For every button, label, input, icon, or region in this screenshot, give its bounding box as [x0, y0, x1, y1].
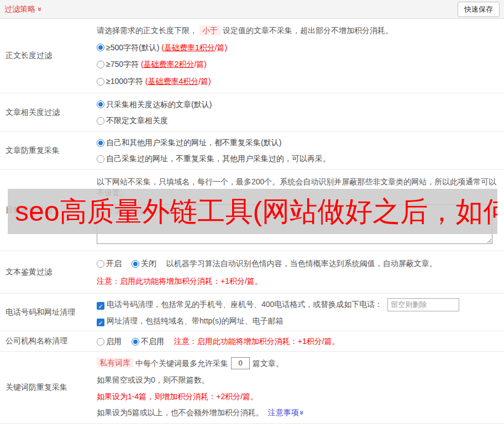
keyword-limit-input[interactable] [231, 357, 250, 369]
page-title-text: 过滤策略 [4, 4, 35, 14]
radio-label: 启用 [106, 337, 122, 346]
radio-option-dedup-self[interactable]: 自己采集过的网址，不重复采集，其他用户采集过的，可以再采。 [97, 153, 498, 164]
row-relevance-filter: 文章相关度过滤 只采集相关度达标的文章(默认) 不限定文章相关度 [0, 93, 504, 132]
radio-icon[interactable] [97, 61, 104, 68]
intro-pre: 请选择需求的正文长度下限， [97, 26, 197, 35]
company-options-line: 启用 不启用 注意：启用此功能将增加积分消耗：+1积分/篇。 [97, 336, 498, 347]
radio-label: 关闭 [141, 259, 156, 268]
quick-save-button[interactable]: 快速保存 [458, 2, 500, 17]
porn-description: 以机器学习算法自动识别色情内容，当色情概率达到系统阈值，自动屏蔽文章。 [166, 259, 437, 268]
notice-link[interactable]: 注意事项» [268, 408, 304, 417]
fee-note: (基础费率1积分/篇) [159, 43, 227, 52]
radio-icon[interactable] [97, 338, 104, 346]
less-than-tag: 小于 [200, 25, 221, 35]
row-label: 公司机构名称清理 [0, 331, 97, 351]
radio-label: 不限定文章相关度 [106, 116, 168, 125]
row-label: 正文长度过滤 [0, 19, 97, 93]
checkbox-checked-icon[interactable] [97, 302, 104, 310]
radio-option-company-off[interactable]: 不启用 [132, 337, 166, 346]
keyword-note-zero: 如果留空或设为0，则不限篇数。 [97, 374, 498, 385]
keyword-note-five-text: 如果设为5篇或以上，也不会额外增加积分消耗。 [97, 408, 264, 417]
row-label: 文章防重复采集 [0, 132, 97, 169]
checkbox-checked-icon[interactable] [97, 319, 104, 326]
radio-icon[interactable] [97, 117, 104, 125]
radio-label: ≥1000字符 [106, 77, 143, 86]
radio-label: 自己和其他用户采集过的网址，都不重复采集(默认) [106, 138, 281, 147]
row-label: 目标网站过滤 [0, 169, 97, 251]
porn-options-line: 开启 关闭 以机器学习算法自动识别色情内容，当色情概率达到系统阈值，自动屏蔽文章… [97, 258, 498, 269]
radio-icon[interactable] [97, 260, 104, 268]
checkbox-label: 网址清理，包括纯域名、带http(s)的网址、电子邮箱 [107, 316, 284, 325]
radio-checked-icon[interactable] [97, 139, 104, 147]
blocked-domains-textarea[interactable] [97, 204, 492, 244]
row-dedup-collection: 文章防重复采集 自己和其他用户采集过的网址，都不重复采集(默认) 自己采集过的网… [0, 132, 504, 169]
private-lexicon-tag: 私有词库 [97, 358, 133, 368]
row-porn-filter: 文本鉴黄过滤 开启 关闭 以机器学习算法自动识别色情内容，当色情概率达到系统阈值… [0, 251, 504, 294]
radio-option-relevance-any[interactable]: 不限定文章相关度 [97, 115, 498, 126]
double-chevron-down-icon: » [298, 411, 306, 415]
radio-label: 不启用 [141, 337, 164, 346]
row-label: 文本鉴黄过滤 [0, 251, 97, 293]
checkbox-option-url[interactable]: 网址清理，包括纯域名、带http(s)的网址、电子邮箱 [97, 316, 284, 325]
radio-label: ≥750字符 [106, 60, 139, 68]
row-company-name-cleanup: 公司机构名称清理 启用 不启用 注意：启用此功能将增加积分消耗：+1积分/篇。 [0, 331, 504, 352]
target-description: 以下网站不采集，只填域名，每行一个，最多200个。系统会自动识别并屏蔽那些非文章… [97, 176, 498, 198]
replacement-phone-input[interactable] [387, 298, 459, 311]
url-cleanup-line: 网址清理，包括纯域名、带http(s)的网址、电子邮箱 [97, 315, 498, 326]
keyword-note-five: 如果设为5篇或以上，也不会额外增加积分消耗。注意事项» [97, 407, 498, 418]
length-intro: 请选择需求的正文长度下限，小于设定值的文章不采集，超出部分不增加积分消耗。 [97, 25, 498, 36]
page-title[interactable]: 过滤策略 » [4, 4, 42, 14]
radio-option-1000[interactable]: ≥1000字符 (基础费率4积分/篇) [97, 76, 498, 87]
radio-option-dedup-all[interactable]: 自己和其他用户采集过的网址，都不重复采集(默认) [97, 137, 498, 148]
row-body-length-filter: 正文长度过滤 请选择需求的正文长度下限，小于设定值的文章不采集，超出部分不增加积… [0, 19, 504, 93]
row-label: 关键词防重复采集 [0, 352, 97, 423]
fee-note: (基础费率4积分/篇) [143, 77, 211, 86]
row-target-site-filter: 目标网站过滤 以下网站不采集，只填域名，每行一个，最多200个。系统会自动识别并… [0, 169, 504, 251]
phone-cleanup-line: 电话号码清理，包括常见的手机号、座机号、400电话格式，或替换成如下电话： [97, 298, 498, 311]
radio-label: ≥500字符(默认) [106, 43, 159, 52]
checkbox-label: 电话号码清理，包括常见的手机号、座机号、400电话格式，或替换成如下电话： [107, 300, 382, 309]
row-label: 电话号码和网址清理 [0, 294, 97, 331]
notice-link-text: 注意事项 [268, 408, 299, 417]
row-label: 文章相关度过滤 [0, 93, 97, 131]
radio-option-500[interactable]: ≥500字符(默认) (基础费率1积分/篇) [97, 42, 498, 53]
row-keyword-dedup: 关键词防重复采集 私有词库中每个关键词最多允许采集篇文章。 如果留空或设为0，则… [0, 352, 504, 424]
double-chevron-down-icon: » [36, 7, 44, 11]
keyword-note-cost: 如果设为1-4篇，则增加积分消耗：+2积分/篇。 [97, 391, 498, 402]
topbar: 过滤策略 » 快速保存 [0, 0, 504, 19]
row-phone-url-cleanup: 电话号码和网址清理 电话号码清理，包括常见的手机号、座机号、400电话格式，或替… [0, 294, 504, 331]
fee-note: (基础费率2积分/篇) [139, 60, 207, 68]
porn-cost-note: 注意：启用此功能将增加积分消耗：+1积分/篇。 [97, 275, 498, 287]
radio-option-750[interactable]: ≥750字符 (基础费率2积分/篇) [97, 59, 498, 70]
radio-option-relevance-default[interactable]: 只采集相关度达标的文章(默认) [97, 99, 498, 110]
radio-checked-icon[interactable] [132, 338, 139, 346]
filter-strategy-page: 过滤策略 » 快速保存 正文长度过滤 请选择需求的正文长度下限，小于设定值的文章… [0, 0, 504, 424]
radio-checked-icon[interactable] [97, 100, 104, 108]
radio-checked-icon[interactable] [97, 44, 104, 51]
radio-option-company-on[interactable]: 启用 [97, 337, 124, 346]
keyword-limit-suffix: 篇文章。 [253, 358, 284, 367]
radio-label: 只采集相关度达标的文章(默认) [106, 100, 212, 109]
radio-label: 自己采集过的网址，不重复采集，其他用户采集过的，可以再采。 [106, 154, 330, 163]
radio-icon[interactable] [97, 78, 104, 86]
keyword-limit-line: 私有词库中每个关键词最多允许采集篇文章。 [97, 357, 498, 369]
radio-option-porn-off[interactable]: 关闭 [132, 259, 159, 268]
intro-post: 设定值的文章不采集，超出部分不增加积分消耗。 [223, 26, 393, 35]
radio-icon[interactable] [97, 155, 104, 163]
checkbox-option-phone[interactable]: 电话号码清理，包括常见的手机号、座机号、400电话格式，或替换成如下电话： [97, 300, 385, 309]
radio-option-porn-on[interactable]: 开启 [97, 259, 124, 268]
radio-label: 开启 [106, 259, 122, 268]
radio-checked-icon[interactable] [132, 260, 139, 268]
company-cost-note: 注意：启用此功能将增加积分消耗：+1积分/篇。 [174, 337, 340, 346]
keyword-limit-text: 中每个关键词最多允许采集 [135, 358, 228, 367]
